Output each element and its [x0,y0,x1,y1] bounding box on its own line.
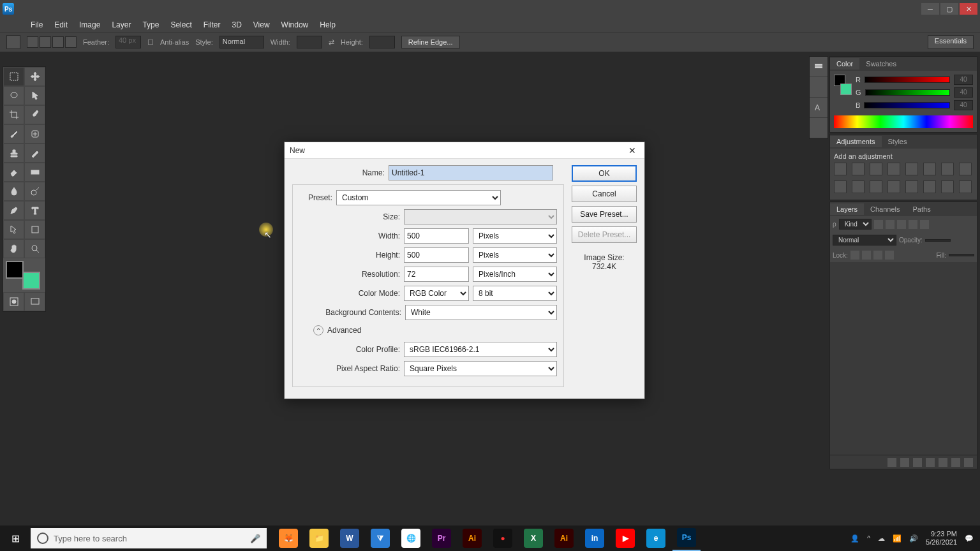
layer-style-icon[interactable] [900,458,909,467]
selection-sub-icon[interactable] [52,36,64,48]
menu-window[interactable]: Window [276,18,314,31]
adj-hue-icon[interactable] [923,163,936,175]
layer-filter-kind[interactable]: Kind [839,219,872,230]
fill-input[interactable] [949,254,974,256]
tray-wifi-icon[interactable]: 📶 [893,534,902,543]
adj-vibrance-icon[interactable] [905,163,918,175]
stamp-tool[interactable] [3,143,24,163]
swap-icon[interactable]: ⇄ [329,38,334,47]
adj-posterize-icon[interactable] [905,180,918,193]
character-panel-icon[interactable]: A [810,98,828,118]
taskbar-record[interactable]: ● [489,525,517,551]
bgcontents-select[interactable]: White [405,305,557,320]
adj-curves-icon[interactable] [870,163,882,175]
filter-smart-icon[interactable] [920,220,929,229]
taskbar-edge[interactable]: e [642,525,670,551]
selection-intersect-icon[interactable] [65,36,77,48]
adj-exposure-icon[interactable] [887,163,900,175]
start-button[interactable]: ⊞ [0,525,31,551]
preset-select[interactable]: Custom [336,190,501,205]
lock-all-icon[interactable] [885,251,894,260]
g-slider[interactable] [865,89,950,96]
width-input[interactable] [297,36,322,48]
feather-input[interactable]: 40 px [115,36,141,48]
pen-tool[interactable] [3,201,24,220]
tab-paths[interactable]: Paths [907,203,937,215]
menu-3d[interactable]: 3D [226,18,246,31]
blend-mode-select[interactable]: Normal [833,235,896,246]
layer-mask-icon[interactable] [913,458,922,467]
paragraph-panel-icon[interactable] [810,118,828,138]
tray-volume-icon[interactable]: 🔊 [909,534,918,543]
eyedropper-tool[interactable] [24,105,45,124]
filter-shape-icon[interactable] [909,220,917,229]
tray-people-icon[interactable]: 👤 [850,534,859,543]
taskbar-youtube[interactable]: ▶ [611,525,639,551]
width-unit-select[interactable]: Pixels [473,228,557,244]
g-value[interactable]: 40 [954,87,973,98]
quick-select-tool[interactable] [24,86,45,105]
adj-levels-icon[interactable] [852,163,865,175]
mic-icon[interactable]: 🎤 [250,534,260,543]
shape-tool[interactable] [24,220,45,239]
size-select[interactable] [404,209,557,224]
save-preset-button[interactable]: Save Preset... [572,206,637,223]
adj-selectivecolor-icon[interactable] [959,180,972,193]
menu-select[interactable]: Select [165,18,197,31]
adj-colorlookup-icon[interactable] [870,180,882,193]
tab-layers[interactable]: Layers [830,203,864,215]
menu-image[interactable]: Image [74,18,105,31]
lock-position-icon[interactable] [873,251,882,260]
taskbar-linkedin[interactable]: in [581,525,609,551]
tray-onedrive-icon[interactable]: ☁ [878,534,885,543]
taskbar-illustrator[interactable]: Ai [458,525,486,551]
screenmode-tool[interactable] [24,292,45,311]
filter-adj-icon[interactable] [886,220,895,229]
trash-icon[interactable] [964,458,973,467]
adj-layer-icon[interactable] [926,458,935,467]
tray-notifications-icon[interactable]: 💬 [965,534,974,543]
maximize-button[interactable]: ▢ [940,3,958,15]
r-slider[interactable] [865,77,950,83]
new-layer-icon[interactable] [951,458,960,467]
hand-tool[interactable] [3,239,24,258]
foreground-swatch[interactable] [6,261,24,279]
taskbar-premiere[interactable]: Pr [427,525,456,551]
refine-edge-button[interactable]: Refine Edge... [401,36,460,48]
b-value[interactable]: 40 [954,100,973,110]
quickmask-tool[interactable] [3,292,24,311]
menu-view[interactable]: View [248,18,275,31]
height-unit-select[interactable]: Pixels [473,247,557,263]
history-brush-tool[interactable] [24,143,45,163]
menu-edit[interactable]: Edit [49,18,73,31]
b-slider[interactable] [864,102,950,108]
minimize-button[interactable]: ─ [921,3,939,15]
adj-brightness-icon[interactable] [834,163,847,175]
close-button[interactable]: ✕ [960,3,977,15]
style-select[interactable]: Normal [219,36,264,48]
r-value[interactable]: 40 [954,75,973,85]
marquee-tool[interactable] [3,67,24,86]
dialog-close-button[interactable]: ✕ [625,145,639,156]
height-input[interactable] [369,36,395,48]
type-tool[interactable] [24,201,45,220]
adj-photofilter-icon[interactable] [834,180,847,193]
cancel-button[interactable]: Cancel [572,186,637,202]
adj-colorbalance-icon[interactable] [941,163,954,175]
tab-color[interactable]: Color [830,58,859,70]
link-layers-icon[interactable] [887,458,896,467]
menu-type[interactable]: Type [137,18,164,31]
menu-filter[interactable]: Filter [198,18,226,31]
lock-pixels-icon[interactable] [862,251,871,260]
tab-adjustments[interactable]: Adjustments [830,136,882,147]
properties-panel-icon[interactable] [810,77,828,98]
history-panel-icon[interactable] [810,57,828,77]
menu-file[interactable]: File [26,18,48,31]
lasso-tool[interactable] [3,86,24,105]
adj-threshold-icon[interactable] [923,180,936,193]
taskbar-photoshop[interactable]: Ps [672,525,701,551]
color-spectrum[interactable] [834,115,973,128]
adj-invert-icon[interactable] [887,180,900,193]
path-select-tool[interactable] [3,220,24,239]
lock-transparency-icon[interactable] [850,251,859,260]
